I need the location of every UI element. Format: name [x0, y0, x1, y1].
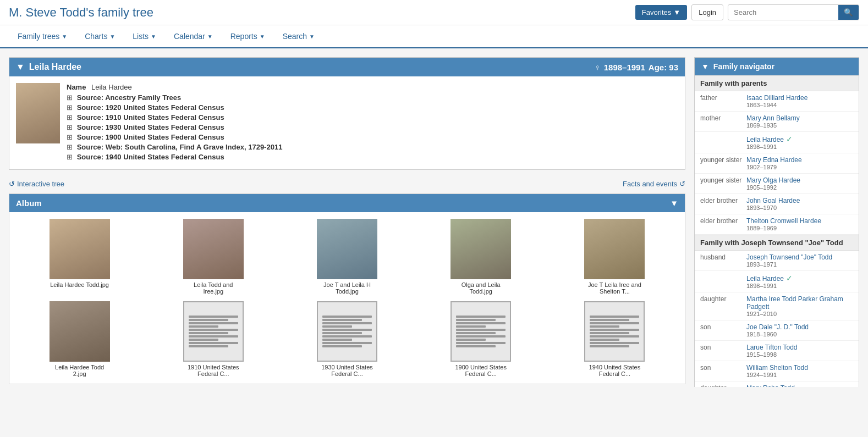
album-item[interactable]: 1910 United States Federal C...: [150, 301, 277, 377]
source-text-0: Source: Ancestry Family Trees: [77, 93, 182, 102]
album-thumb: [317, 219, 377, 279]
album-item[interactable]: 1900 United States Federal C...: [417, 301, 545, 377]
doc-line: [189, 345, 228, 347]
sidebar: ▼ Family navigator Family with parents f…: [694, 57, 859, 387]
source-row-6: ⊞ Source: 1940 United States Federal Cen…: [67, 153, 678, 161]
navigation: Family trees▼Charts▼Lists▼Calendar▼Repor…: [0, 25, 868, 48]
family-nav-arrow[interactable]: ▼: [701, 62, 709, 71]
person-age: Age: 93: [649, 63, 678, 72]
content-area: ▼ Leila Hardee ♀ 1898–1991 Age: 93 Name …: [9, 57, 685, 387]
search-icon: 🔍: [844, 8, 853, 16]
family-member-name[interactable]: Leila Hardee✓: [746, 135, 853, 143]
nav-item-family-trees[interactable]: Family trees▼: [9, 25, 76, 48]
album-thumb: [584, 301, 645, 362]
source-text-2: Source: 1910 United States Federal Censu…: [77, 113, 224, 121]
album-item[interactable]: Olga and Leila Todd.jpg: [417, 219, 545, 295]
search-input[interactable]: [728, 5, 838, 19]
source-expand-4[interactable]: ⊞: [67, 133, 73, 141]
album-item[interactable]: 1940 United States Federal C...: [551, 301, 678, 377]
doc-line: [456, 319, 496, 321]
doc-lines: [318, 302, 376, 361]
nav-label: Search: [283, 32, 307, 41]
nav-item-lists[interactable]: Lists▼: [124, 25, 165, 48]
album-header[interactable]: Album ▼: [9, 194, 685, 212]
family-role: father: [700, 94, 744, 102]
family-member-row: younger sister Mary Olga Hardee 1905–199…: [695, 174, 859, 194]
doc-line: [189, 322, 238, 324]
source-expand-1[interactable]: ⊞: [67, 103, 73, 112]
album-item[interactable]: Leila Todd and Iree.jpg: [150, 219, 277, 295]
doc-line: [322, 342, 372, 344]
doc-thumbnail: [183, 301, 244, 362]
family-name-block: Leila Hardee✓ 1898–1991: [746, 274, 853, 289]
person-header-arrow[interactable]: ▼: [16, 62, 25, 72]
family-member-dates: 1889–1969: [746, 225, 853, 231]
album-thumb: [584, 219, 645, 279]
facts-events-link[interactable]: Facts and events ↺: [623, 180, 685, 188]
family-member-name[interactable]: John Goal Hardee: [746, 197, 853, 204]
album-item[interactable]: 1930 United States Federal C...: [283, 301, 410, 377]
family-member-name[interactable]: Mary Ann Bellamy: [746, 114, 853, 122]
family-member-name[interactable]: Isaac Dilliard Hardee: [746, 94, 853, 102]
family-member-name[interactable]: Martha Iree Todd Parker Graham Padgett: [746, 295, 853, 311]
nav-item-search[interactable]: Search▼: [274, 25, 323, 48]
doc-line: [590, 319, 629, 321]
family-member-row: daughter Martha Iree Todd Parker Graham …: [695, 292, 859, 320]
family-member-row: younger sister Mary Edna Hardee 1902–197…: [695, 153, 859, 174]
family-role: daughter: [700, 384, 744, 387]
facts-events-icon: ↺: [679, 180, 685, 188]
favorites-button[interactable]: Favorites ▼: [635, 5, 687, 20]
doc-line: [322, 319, 362, 321]
photo-thumbnail: [451, 219, 511, 279]
nav-item-calendar[interactable]: Calendar▼: [165, 25, 222, 48]
nav-item-reports[interactable]: Reports▼: [222, 25, 274, 48]
login-button[interactable]: Login: [691, 4, 723, 20]
nav-caret-icon: ▼: [62, 34, 67, 40]
family-member-row: elder brother John Goal Hardee 1893–1970: [695, 194, 859, 214]
album-item[interactable]: Joe T Leila Iree and Shelton T...: [551, 219, 678, 295]
album-item[interactable]: Leila Hardee Todd.jpg: [16, 219, 143, 295]
family-member-row: husband Joseph Townsend "Joe" Todd 1893–…: [695, 251, 859, 271]
family-member-name[interactable]: Mary Olga Hardee: [746, 176, 853, 184]
album-thumb: [451, 301, 511, 362]
family-name-block: Mary Reba Todd 1927–1948: [746, 384, 853, 387]
family-name-block: Mary Edna Hardee 1902–1979: [746, 156, 853, 170]
doc-line: [456, 332, 496, 334]
family-member-name[interactable]: Leila Hardee✓: [746, 274, 853, 283]
doc-line: [189, 325, 218, 328]
nav-item-charts[interactable]: Charts▼: [76, 25, 124, 48]
source-text-4: Source: 1900 United States Federal Censu…: [77, 133, 224, 141]
person-name-heading: Leila Hardee: [29, 62, 81, 72]
source-expand-6[interactable]: ⊞: [67, 153, 73, 161]
family-member-name[interactable]: Mary Edna Hardee: [746, 156, 853, 164]
family-with-spouse-title: Family with Joseph Townsend "Joe" Todd: [695, 235, 859, 251]
person-photo: [16, 83, 60, 143]
family-role: son: [700, 323, 744, 331]
family-name-block: John Goal Hardee 1893–1970: [746, 197, 853, 211]
person-header: ▼ Leila Hardee ♀ 1898–1991 Age: 93: [9, 58, 685, 76]
doc-line: [456, 322, 506, 324]
interactive-tree-icon: ↺: [9, 180, 15, 188]
source-expand-2[interactable]: ⊞: [67, 113, 73, 121]
family-role: husband: [700, 253, 744, 261]
doc-line: [322, 339, 352, 341]
album-item[interactable]: Joe T and Leila H Todd.jpg: [283, 219, 410, 295]
person-body: Name Leila Hardee ⊞ Source: Ancestry Fam…: [9, 76, 685, 169]
family-member-name[interactable]: Joe Dale "J. D." Todd: [746, 323, 853, 331]
album-caption: Joe T and Leila H Todd.jpg: [317, 281, 377, 295]
interactive-tree-link[interactable]: ↺ Interactive tree: [9, 180, 64, 188]
family-member-name[interactable]: Joseph Townsend "Joe" Todd: [746, 253, 853, 261]
album-caption: Leila Hardee Todd 2.jpg: [50, 364, 110, 377]
album-item[interactable]: Leila Hardee Todd 2.jpg: [16, 301, 143, 377]
family-member-name[interactable]: Larue Tifton Todd: [746, 344, 853, 351]
search-submit-button[interactable]: 🔍: [838, 5, 859, 20]
family-member-name[interactable]: Mary Reba Todd: [746, 384, 853, 387]
source-expand-0[interactable]: ⊞: [67, 93, 73, 102]
doc-line: [590, 332, 629, 334]
doc-line: [590, 342, 639, 344]
family-member-name[interactable]: William Shelton Todd: [746, 364, 853, 372]
family-member-name[interactable]: Thelton Cromwell Hardee: [746, 217, 853, 225]
source-expand-3[interactable]: ⊞: [67, 123, 73, 131]
family-nav-content: Family with parents father Isaac Dilliar…: [695, 75, 859, 387]
source-expand-5[interactable]: ⊞: [67, 143, 73, 151]
